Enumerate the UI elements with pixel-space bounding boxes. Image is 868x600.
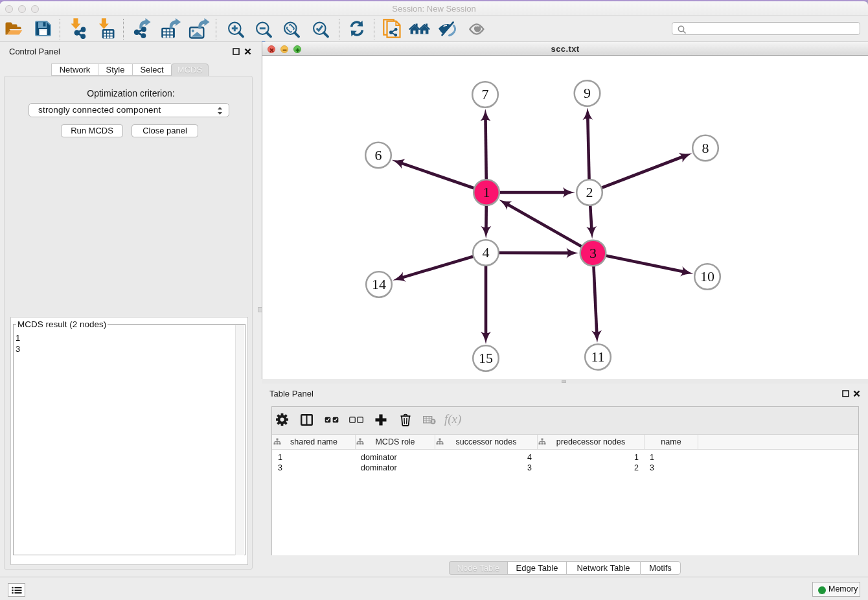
svg-text:3: 3 — [589, 245, 597, 261]
svg-text:14: 14 — [372, 276, 386, 292]
svg-text:7: 7 — [482, 86, 489, 102]
svg-text:2: 2 — [586, 184, 593, 200]
svg-text:11: 11 — [591, 349, 604, 365]
svg-text:10: 10 — [700, 268, 714, 284]
svg-text:1: 1 — [483, 184, 490, 200]
svg-text:8: 8 — [702, 140, 709, 156]
svg-text:6: 6 — [375, 147, 382, 163]
svg-text:15: 15 — [479, 350, 493, 366]
svg-text:4: 4 — [483, 244, 490, 260]
svg-text:9: 9 — [584, 85, 591, 101]
